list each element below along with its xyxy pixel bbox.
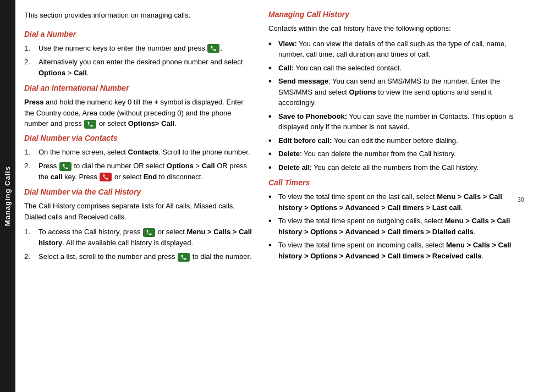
dial-history-section: Dial Number via the Call History The Cal… [24, 187, 255, 262]
dial-history-title: Dial Number via the Call History [24, 187, 255, 196]
call-green-icon-4 [143, 228, 155, 237]
list-item: 2. Alternatively you can enter the desir… [24, 57, 255, 78]
list-item: 1. To access the Call history, press or … [24, 227, 255, 248]
list-item: • Send message: You can send an SMS/MMS … [268, 76, 524, 108]
intro-text: This section provides information on man… [24, 10, 255, 21]
list-item: 1. Use the numeric keys to enter the num… [24, 43, 255, 54]
dial-number-section: Dial a Number 1. Use the numeric keys to… [24, 30, 255, 79]
list-item: • Delete all: You can delete all the num… [268, 162, 524, 173]
list-item: • Save to Phonebook: You can save the nu… [268, 111, 524, 132]
list-item: • Edit before call: You can edit the num… [268, 135, 524, 146]
sidebar-label: Managing Calls [4, 166, 12, 226]
call-green-icon-2 [84, 120, 96, 129]
dial-contacts-section: Dial Number via Contacts 1. On the home … [24, 134, 255, 183]
main-content: This section provides information on man… [15, 0, 533, 392]
dial-number-list: 1. Use the numeric keys to enter the num… [24, 43, 255, 79]
call-timers-title: Call Timers [268, 178, 524, 187]
call-timers-section: Call Timers • To view the total time spe… [268, 178, 524, 261]
right-column: 30 Managing Call History Contacts within… [268, 10, 524, 382]
dial-international-desc: Press and hold the numeric key 0 till th… [24, 97, 255, 129]
call-timers-list: • To view the total time spent on the la… [268, 191, 524, 261]
dial-contacts-title: Dial Number via Contacts [24, 134, 255, 142]
list-item: 1. On the home screen, select Contacts. … [24, 147, 255, 158]
managing-call-history-intro: Contacts within the call history have th… [268, 23, 524, 34]
managing-call-history-section: Managing Call History Contacts within th… [268, 10, 524, 173]
list-item: • Delete: You can delete the number from… [268, 148, 524, 159]
list-item: • To view the total time spent on outgoi… [268, 216, 524, 237]
dial-contacts-list: 1. On the home screen, select Contacts. … [24, 147, 255, 183]
call-green-icon-5 [178, 253, 190, 262]
dial-history-list: 1. To access the Call history, press or … [24, 227, 255, 262]
sidebar: Managing Calls [0, 0, 15, 392]
list-item: • Call: You can call the selected contac… [268, 63, 524, 74]
list-item: • View: You can view the details of the … [268, 38, 524, 60]
dial-international-section: Dial an International Number Press and h… [24, 84, 255, 129]
managing-call-history-list: • View: You can view the details of the … [268, 38, 524, 173]
list-item: 2. Press to dial the number OR select Op… [24, 161, 255, 182]
list-item: 2. Select a list, scroll to the number a… [24, 251, 255, 262]
list-item: • To view the total time spent on the la… [268, 191, 524, 213]
dial-history-desc: The Call History comprises separate list… [24, 201, 255, 222]
list-item: • To view the total time spent on incomi… [268, 240, 524, 261]
dial-number-title: Dial a Number [24, 30, 255, 38]
call-red-icon [100, 173, 112, 181]
call-green-icon-3 [59, 162, 72, 171]
left-column: This section provides information on man… [24, 10, 255, 382]
page-number: 30 [518, 196, 524, 203]
call-green-icon [207, 44, 219, 53]
managing-call-history-title: Managing Call History [268, 10, 524, 19]
dial-international-title: Dial an International Number [24, 84, 255, 92]
